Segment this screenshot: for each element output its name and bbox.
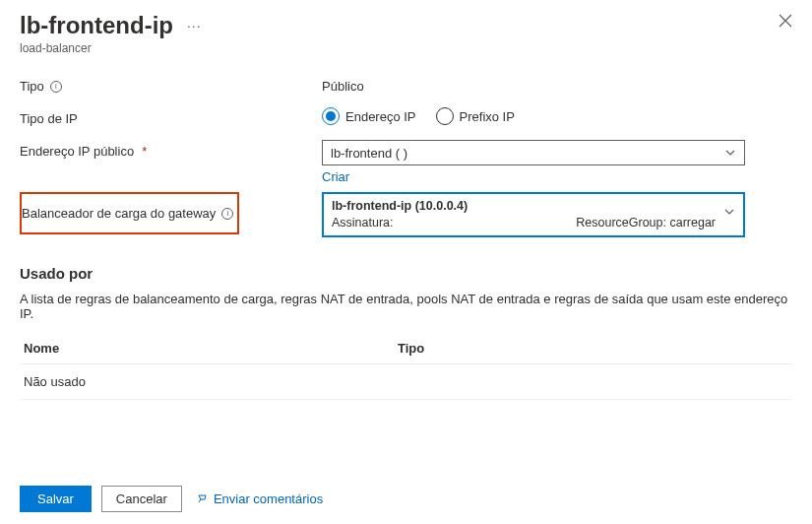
gateway-value-title: lb-frontend-ip (10.0.0.4) [332,198,716,215]
criar-link[interactable]: Criar [322,169,349,184]
chevron-down-icon [724,147,736,159]
page-title: lb-frontend-ip [20,12,173,39]
radio-endereco-ip[interactable]: Endereço IP [322,107,416,125]
more-actions-button[interactable]: ··· [183,16,206,35]
feedback-link[interactable]: Enviar comentários [196,491,323,507]
col-nome-header: Nome [24,341,398,356]
required-asterisk: * [142,144,147,159]
gateway-label: Balanceador de carga do gateway [22,206,216,221]
tipo-ip-label: Tipo de IP [20,111,78,126]
tipo-label: Tipo [20,79,44,94]
usado-por-desc: A lista de regras de balanceamento de ca… [20,292,792,321]
tipo-value: Público [322,75,792,94]
cancel-button[interactable]: Cancelar [101,486,182,512]
gateway-dropdown[interactable]: lb-frontend-ip (10.0.0.4) Assinatura: Re… [322,192,745,237]
info-icon[interactable]: i [221,208,233,220]
usado-por-table: Nome Tipo Não usado [20,333,792,400]
row-nome-cell: Não usado [24,374,398,389]
dropdown-value: lb-frontend ( ) [331,146,407,161]
feedback-icon [196,491,210,507]
col-tipo-header: Tipo [398,341,424,356]
endereco-publico-dropdown[interactable]: lb-frontend ( ) [322,140,745,165]
footer-bar: Salvar Cancelar Enviar comentários [0,473,812,524]
page-subtitle: load-balancer [20,41,792,55]
usado-por-title: Usado por [20,265,792,282]
panel-header: lb-frontend-ip ··· load-balancer [0,0,812,59]
endereco-publico-label: Endereço IP público [20,144,134,159]
radio-prefixo-ip[interactable]: Prefixo IP [436,107,515,125]
close-icon[interactable] [779,14,792,31]
gateway-sub-left: Assinatura: [332,215,394,231]
gateway-label-highlight: Balanceador de carga do gateway i [20,192,239,234]
table-row: Não usado [20,364,792,400]
chevron-down-icon [723,206,735,218]
radio-label: Prefixo IP [460,109,515,124]
info-icon[interactable]: i [50,81,62,93]
radio-label: Endereço IP [345,109,416,124]
feedback-label: Enviar comentários [214,491,323,506]
gateway-sub-right: ResourceGroup: carregar [576,215,716,231]
save-button[interactable]: Salvar [20,486,92,512]
